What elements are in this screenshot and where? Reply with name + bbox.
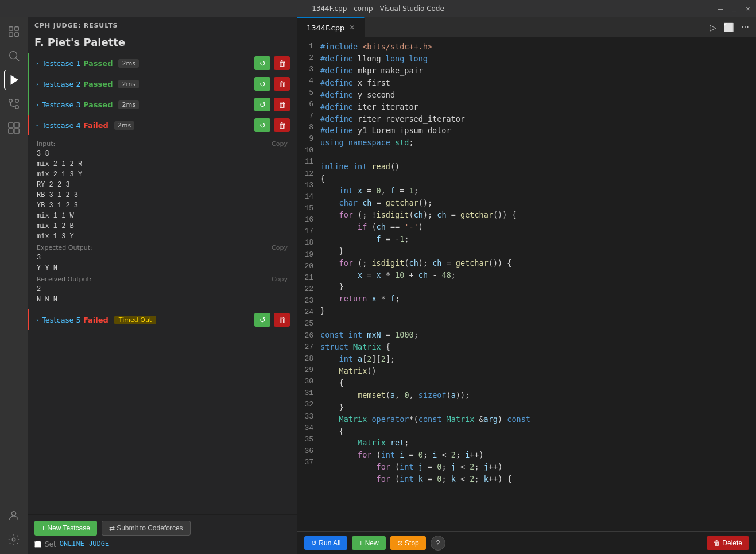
line-8: #define y1 Lorem_ipsum_dolor: [320, 125, 756, 137]
maximize-button[interactable]: □: [731, 5, 738, 12]
new-button[interactable]: + New: [352, 536, 385, 550]
help-button[interactable]: ?: [431, 536, 445, 551]
line-4: #define x first: [320, 77, 756, 89]
svg-rect-12: [9, 123, 13, 127]
minimize-button[interactable]: —: [717, 5, 724, 12]
testcase-row-3[interactable]: › Testcase 3 Passed 2ms ↺ 🗑: [28, 94, 297, 115]
line-numbers: 12345 678910 1112131415 1617181920 21222…: [297, 37, 320, 531]
cph-problem-title: F. Piet's Palette: [28, 34, 297, 53]
tab-filename: 1344F.cpp: [307, 24, 344, 32]
bottom-action-bar: ↺ Run All + New ⊘ Stop ? 🗑 Delete: [297, 531, 756, 554]
cph-bottom: + New Testcase ⇄ Submit to Codeforces Se…: [28, 514, 297, 554]
activity-extensions-icon[interactable]: [4, 118, 24, 138]
testcase-4-received-content: 2 N N N: [37, 284, 288, 305]
testcase-4-rerun-button[interactable]: ↺: [254, 118, 270, 132]
testcase-1-label: › Testcase 1 Passed 2ms: [36, 59, 254, 68]
svg-rect-0: [9, 27, 13, 30]
activity-search-icon[interactable]: [4, 46, 24, 65]
testcase-2-delete-button[interactable]: 🗑: [274, 77, 290, 91]
code-content[interactable]: #include <bits/stdc++.h> #define llong l…: [320, 37, 756, 531]
editor-area: 1344F.cpp ✕ ▷ ⬜ ··· 12345 678910 1112131…: [297, 17, 756, 554]
line-33: {: [320, 425, 756, 437]
testcase-5-status: Failed: [83, 316, 108, 324]
new-testcase-button[interactable]: + New Testcase: [34, 521, 97, 536]
line-9: using namespace std;: [320, 137, 756, 149]
testcase-4-delete-button[interactable]: 🗑: [274, 118, 290, 132]
testcase-1-rerun-button[interactable]: ↺: [254, 56, 270, 70]
activity-explorer-icon[interactable]: [4, 22, 24, 41]
testcase-5-delete-button[interactable]: 🗑: [274, 313, 290, 327]
testcase-1-name: Testcase 1: [42, 59, 81, 68]
testcase-1-delete-button[interactable]: 🗑: [274, 56, 290, 70]
activity-run-icon[interactable]: [4, 70, 24, 90]
testcase-4-time: 2ms: [114, 121, 134, 130]
line-27: int a[2][2];: [320, 353, 756, 365]
chevron-up-icon: ›: [34, 124, 41, 126]
testcase-row-1[interactable]: › Testcase 1 Passed 2ms ↺ 🗑: [28, 53, 297, 73]
line-22: return x * f;: [320, 293, 756, 305]
testcase-row-2[interactable]: › Testcase 2 Passed 2ms ↺ 🗑: [28, 73, 297, 94]
run-all-button[interactable]: ↺ Run All: [304, 536, 347, 550]
testcase-5-label: › Testcase 5 Failed Timed Out: [36, 316, 254, 324]
testcase-3-rerun-button[interactable]: ↺: [254, 98, 270, 111]
titlebar-controls: — □ ✕: [717, 5, 751, 12]
testcase-3-delete-button[interactable]: 🗑: [274, 98, 290, 111]
online-judge-checkbox[interactable]: [34, 541, 41, 548]
editor-tab-main[interactable]: 1344F.cpp ✕: [297, 17, 365, 37]
activity-source-control-icon[interactable]: [4, 94, 24, 114]
titlebar-title: 1344F.cpp - comp - Visual Studio Code: [312, 5, 444, 13]
line-23: }: [320, 305, 756, 317]
line-3: #define mkpr make_pair: [320, 65, 756, 77]
line-2: #define llong long long: [320, 53, 756, 65]
svg-point-4: [10, 52, 17, 59]
cph-header: CPH JUDGE: RESULTS: [28, 17, 297, 34]
activity-account-icon[interactable]: [4, 506, 24, 525]
tab-close-icon[interactable]: ✕: [349, 24, 355, 32]
testcase-row-5[interactable]: › Testcase 5 Failed Timed Out ↺ 🗑: [28, 309, 297, 330]
line-15: for (; !isdigit(ch); ch = getchar()) {: [320, 209, 756, 221]
submit-codeforces-button[interactable]: ⇄ Submit to Codeforces: [102, 521, 191, 536]
line-17: f = -1;: [320, 233, 756, 245]
expected-output-label: Expected Output:: [37, 244, 92, 251]
svg-rect-13: [14, 123, 19, 127]
testcase-4-label: › Testcase 4 Failed 2ms: [36, 121, 254, 130]
line-28: Matrix(): [320, 365, 756, 377]
editor-toolbar: ▷ ⬜ ···: [710, 22, 756, 33]
testcase-4-expected-content: 3 Y Y N: [37, 253, 288, 273]
testcase-3-status: Passed: [83, 100, 113, 109]
activity-bar-bottom: [4, 506, 24, 554]
line-6: #define iter iterator: [320, 101, 756, 113]
split-editor-icon[interactable]: ⬜: [723, 22, 734, 33]
testcase-5-timeout-badge: Timed Out: [114, 316, 156, 324]
code-editor[interactable]: 12345 678910 1112131415 1617181920 21222…: [297, 37, 756, 531]
line-31: }: [320, 401, 756, 413]
delete-button[interactable]: 🗑 Delete: [707, 536, 749, 550]
line-19: for (; isdigit(ch); ch = getchar()) {: [320, 257, 756, 269]
main-layout: CPH JUDGE: RESULTS F. Piet's Palette › T…: [0, 17, 756, 554]
testcase-5-rerun-button[interactable]: ↺: [254, 313, 270, 327]
line-20: x = x * 10 + ch - 48;: [320, 269, 756, 281]
input-copy-button[interactable]: Copy: [272, 140, 288, 148]
testcase-3-name: Testcase 3: [42, 100, 81, 109]
svg-point-16: [11, 512, 15, 516]
line-18: }: [320, 245, 756, 257]
line-7: #define riter reversed_iterator: [320, 113, 756, 125]
expected-copy-button[interactable]: Copy: [272, 244, 288, 251]
online-judge-label: ONLINE_JUDGE: [60, 540, 109, 548]
close-button[interactable]: ✕: [745, 5, 751, 12]
testcase-4-status: Failed: [83, 121, 108, 130]
more-actions-icon[interactable]: ···: [741, 22, 749, 33]
received-copy-button[interactable]: Copy: [272, 276, 288, 283]
testcase-3-time: 2ms: [118, 100, 138, 109]
activity-settings-icon[interactable]: [4, 530, 24, 549]
stop-button[interactable]: ⊘ Stop: [390, 536, 426, 550]
testcase-2-rerun-button[interactable]: ↺: [254, 77, 270, 91]
svg-rect-2: [9, 33, 13, 36]
testcase-4-expanded: Input: Copy 3 8 mix 2 1 2 R mix 2 1 3 Y …: [28, 135, 297, 309]
cph-body: › Testcase 1 Passed 2ms ↺ 🗑 › Testcase 2…: [28, 53, 297, 514]
run-icon[interactable]: ▷: [710, 22, 716, 33]
testcase-row-4[interactable]: › Testcase 4 Failed 2ms ↺ 🗑: [28, 115, 297, 135]
set-label: Set: [45, 540, 56, 548]
titlebar: 1344F.cpp - comp - Visual Studio Code — …: [0, 0, 756, 17]
svg-rect-14: [9, 129, 13, 133]
